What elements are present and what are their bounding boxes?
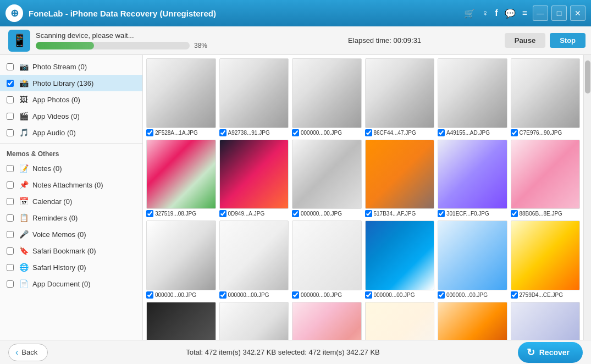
notes-checkbox[interactable] (7, 165, 14, 172)
facebook-icon[interactable]: f (495, 8, 498, 18)
photo-name-1: A92738...91.JPG (228, 130, 270, 136)
app-videos-label: App Videos (0) (32, 112, 80, 120)
photo-cell-7[interactable]: 0D949...A.JPG (219, 140, 289, 218)
photo-checkbox-0[interactable] (146, 129, 153, 136)
photo-checkbox-17[interactable] (511, 291, 518, 299)
photo-checkbox-16[interactable] (438, 291, 445, 299)
photo-image-23 (511, 302, 581, 340)
sidebar-item-photo-library[interactable]: 📸 Photo Library (136) (0, 75, 142, 91)
photo-checkbox-13[interactable] (219, 291, 227, 299)
photo-cell-23[interactable]: 000000...00.JPG (511, 302, 581, 340)
photo-checkbox-15[interactable] (365, 291, 372, 299)
sidebar-item-notes[interactable]: 📝 Notes (0) (0, 160, 142, 177)
photo-checkbox-3[interactable] (365, 129, 372, 136)
sidebar-item-app-audio[interactable]: 🎵 App Audio (0) (0, 124, 142, 141)
scroll-thumb[interactable] (585, 60, 590, 93)
photo-checkbox-9[interactable] (365, 210, 372, 217)
device-icon: 📱 (8, 30, 30, 52)
sidebar-item-app-videos[interactable]: 🎬 App Videos (0) (0, 108, 142, 124)
elapsed-time: Elapsed time: 00:09:31 (270, 36, 499, 45)
app-audio-checkbox[interactable] (7, 129, 14, 136)
photo-cell-1[interactable]: A92738...91.JPG (219, 58, 289, 136)
photo-cell-15[interactable]: 000000...00.JPG (365, 220, 435, 299)
app-document-checkbox[interactable] (7, 280, 14, 288)
photo-cell-18[interactable]: 000000...00.JPG (146, 302, 216, 340)
sidebar-item-safari-bookmark[interactable]: 🔖 Safari Bookmark (0) (0, 242, 142, 259)
photo-cell-0[interactable]: 2F528A...1A.JPG (146, 58, 216, 136)
photo-cell-6[interactable]: 327519...08.JPG (146, 140, 216, 218)
photo-image-12 (146, 220, 216, 290)
calendar-label: Calendar (0) (32, 197, 72, 206)
photo-cell-17[interactable]: 2759D4...CE.JPG (511, 220, 581, 299)
sidebar-item-voice-memos[interactable]: 🎤 Voice Memos (0) (0, 226, 142, 242)
gender-icon[interactable]: ♀ (482, 8, 488, 18)
sidebar-item-calendar[interactable]: 📅 Calendar (0) (0, 193, 142, 209)
photo-image-15 (365, 220, 435, 290)
maximize-button[interactable]: □ (551, 5, 567, 21)
reminders-checkbox[interactable] (7, 214, 14, 222)
photo-cell-2[interactable]: 000000...00.JPG (292, 58, 362, 136)
app-videos-checkbox[interactable] (7, 113, 14, 120)
photo-cell-14[interactable]: 000000...00.JPG (292, 220, 362, 299)
photo-name-8: 000000...00.JPG (301, 211, 342, 217)
photo-cell-8[interactable]: 000000...00.JPG (292, 140, 362, 218)
photo-cell-19[interactable]: 000000...00.JPG (219, 302, 289, 340)
photo-cell-9[interactable]: 517B34...AF.JPG (365, 140, 435, 218)
safari-history-checkbox[interactable] (7, 264, 14, 271)
photo-checkbox-2[interactable] (292, 129, 299, 136)
menu-icon[interactable]: ≡ (522, 8, 527, 18)
photo-checkbox-12[interactable] (146, 291, 153, 299)
photo-checkbox-14[interactable] (292, 291, 299, 299)
safari-bookmark-checkbox[interactable] (7, 247, 14, 255)
scan-progress-row: 38% (36, 42, 264, 49)
photo-name-3: 86CF44...47.JPG (374, 130, 416, 136)
photo-library-checkbox[interactable] (7, 80, 14, 87)
photo-checkbox-10[interactable] (438, 210, 445, 217)
photo-checkbox-8[interactable] (292, 210, 299, 217)
notes-icon: 📝 (18, 163, 29, 174)
photo-cell-20[interactable]: 000000...00.JPG (292, 302, 362, 340)
photo-cell-4[interactable]: A49155...AD.JPG (438, 58, 507, 136)
chat-icon[interactable]: 💬 (505, 8, 516, 19)
sidebar-divider (0, 143, 142, 144)
photo-cell-13[interactable]: 000000...00.JPG (219, 220, 289, 299)
photo-checkbox-1[interactable] (219, 129, 227, 136)
photo-checkbox-7[interactable] (219, 210, 227, 217)
cart-icon[interactable]: 🛒 (464, 8, 475, 19)
sidebar-item-safari-history[interactable]: 🌐 Safari History (0) (0, 259, 142, 275)
sidebar-item-photo-stream[interactable]: 📷 Photo Stream (0) (0, 58, 142, 75)
app-photos-checkbox[interactable] (7, 96, 14, 103)
photo-cell-16[interactable]: 000000...00.JPG (438, 220, 507, 299)
photo-cell-11[interactable]: 88B06B...8E.JPG (511, 140, 581, 218)
scroll-track[interactable] (583, 55, 591, 340)
photo-cell-21[interactable]: 000000...00.JPG (365, 302, 435, 340)
recover-button[interactable]: ↻ Recover (518, 342, 583, 363)
sidebar-item-reminders[interactable]: 📋 Reminders (0) (0, 209, 142, 226)
photo-checkbox-5[interactable] (511, 129, 518, 136)
close-button[interactable]: ✕ (570, 5, 586, 21)
photo-image-14 (292, 220, 362, 290)
photo-cell-10[interactable]: 301ECF...F0.JPG (438, 140, 507, 218)
stop-button[interactable]: Stop (550, 33, 586, 48)
photo-checkbox-4[interactable] (438, 129, 445, 136)
photo-cell-5[interactable]: C7E976...90.JPG (511, 58, 581, 136)
photo-cell-12[interactable]: 000000...00.JPG (146, 220, 216, 299)
sidebar-item-app-photos[interactable]: 🖼 App Photos (0) (0, 91, 142, 108)
photo-checkbox-6[interactable] (146, 210, 153, 217)
photo-stream-checkbox[interactable] (7, 63, 14, 70)
minimize-button[interactable]: — (533, 5, 548, 21)
sidebar-item-app-document[interactable]: 📄 App Document (0) (0, 275, 142, 292)
sidebar-item-notes-attachments[interactable]: 📌 Notes Attachments (0) (0, 177, 142, 193)
calendar-checkbox[interactable] (7, 198, 14, 205)
photo-cell-3[interactable]: 86CF44...47.JPG (365, 58, 435, 136)
photo-cell-22[interactable]: 000000...00.JPG (438, 302, 507, 340)
photo-name-7: 0D949...A.JPG (228, 211, 265, 217)
photo-image-21 (365, 302, 435, 340)
pause-button[interactable]: Pause (505, 33, 545, 48)
photo-name-11: 88B06B...8E.JPG (520, 211, 562, 217)
back-button[interactable]: ‹ Back (8, 344, 48, 361)
photo-image-16 (438, 220, 507, 290)
photo-checkbox-11[interactable] (511, 210, 518, 217)
notes-attachments-checkbox[interactable] (7, 181, 14, 189)
voice-memos-checkbox[interactable] (7, 231, 14, 238)
